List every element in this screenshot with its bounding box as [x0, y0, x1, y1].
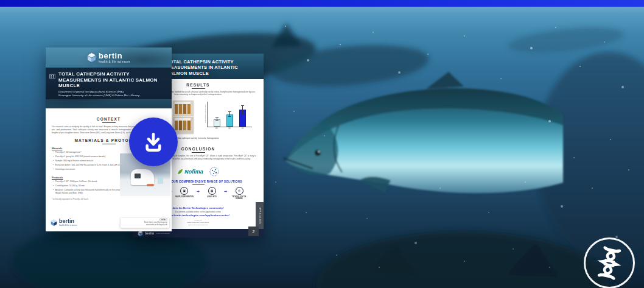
solutions-underline	[192, 184, 205, 185]
poster1-subtitle: Department of Animal and Aquacultural Sc…	[58, 90, 167, 97]
materials-list: •Precellys® 24 homogenizer* •Precellys® …	[53, 151, 127, 171]
hero-banner: TOTAL CATHEPSIN ACTIVITY MEASUREMENTS IN…	[0, 0, 644, 288]
solution-item-sample-preparation: ▣ SAMPLE PREPARATION	[174, 187, 195, 198]
list-item: •Sample: 300 mg of frozen salmon muscle	[53, 160, 127, 163]
bertin-footer-logo: bertin health & life sciences	[51, 219, 77, 227]
bertin-tagline: health & life sciences	[156, 233, 169, 234]
sample-preparation-icon: ▣	[180, 187, 188, 195]
solution-item-assay-kits: ▦ ASSAY KITS	[201, 187, 222, 198]
arrow-icon: ➔	[197, 189, 200, 193]
footnote: * technically equivalent to Precellys 24…	[52, 198, 172, 200]
bertin-diamond-icon	[87, 53, 96, 62]
download-icon	[139, 128, 167, 156]
materials-underline	[102, 144, 116, 145]
beaker	[158, 177, 163, 184]
chart-category-labels: USSSLS	[207, 128, 252, 130]
bench-detail	[147, 184, 154, 186]
nofima-leaf-icon	[177, 169, 183, 175]
list-item: •Precellys® lysing kit: 0912-DK (mixed c…	[53, 155, 127, 158]
assay-kits-icon: ▦	[208, 187, 216, 195]
results-underline	[192, 88, 205, 90]
list-item: •Extraction buffer: 1mL 100 mM Na-acetat…	[53, 164, 127, 167]
bertin-diamond-icon	[51, 219, 57, 226]
poster1-footer: bertin health & life sciences CONTACT Em…	[46, 216, 172, 231]
dna-icon	[593, 245, 625, 281]
conclusion-underline	[192, 152, 205, 153]
homogenizer-device	[131, 169, 154, 185]
bertin-logo: bertin health & life sciences	[46, 52, 172, 63]
bertin-tagline: health & life sciences	[99, 60, 130, 63]
poster1-header: bertin health & life sciences TOTAL CATH…	[46, 47, 172, 108]
poster1-title: TOTAL CATHEPSIN ACTIVITY MEASUREMENTS IN…	[58, 71, 167, 89]
poster2-title: TOTAL CATHEPSIN ACTIVITY MEASUREMENTS IN…	[167, 59, 258, 76]
technology-on-demand-icon: ✆	[236, 187, 243, 195]
arrow-icon: ➔	[224, 189, 227, 193]
context-underline	[102, 122, 116, 124]
page-number-badge: 2	[248, 227, 259, 236]
test-tubes-icon	[49, 71, 55, 82]
list-item: •Centrifuge instrument	[53, 168, 127, 171]
sample-tubes-photo	[173, 100, 194, 133]
bertin-wordmark: bertin	[145, 231, 154, 235]
poster1-contact-card: CONTACT Email: bertin.sme@bertin-group w…	[121, 218, 169, 228]
chart-y-axis-label: Total cathepsin activity (a.u.)	[205, 102, 206, 126]
top-accent-bar	[0, 0, 644, 7]
chart-plot	[207, 102, 252, 127]
bertin-wordmark: bertin	[99, 52, 130, 60]
poster1-title-band: TOTAL CATHEPSIN ACTIVITY MEASUREMENTS IN…	[46, 68, 172, 99]
download-button[interactable]	[129, 118, 178, 166]
solution-item-technology-on-demand: ✆ TECHNOLOGY ON-DEMAND	[229, 187, 250, 200]
molecule-sphere-icon	[209, 167, 219, 177]
dna-helix-badge	[584, 237, 635, 288]
nofima-logo: Nofima	[177, 169, 203, 175]
list-item: •Precellys® 24 homogenizer*	[53, 151, 127, 154]
results-bar-chart: Total cathepsin activity (a.u.) USSSLS	[201, 99, 257, 135]
